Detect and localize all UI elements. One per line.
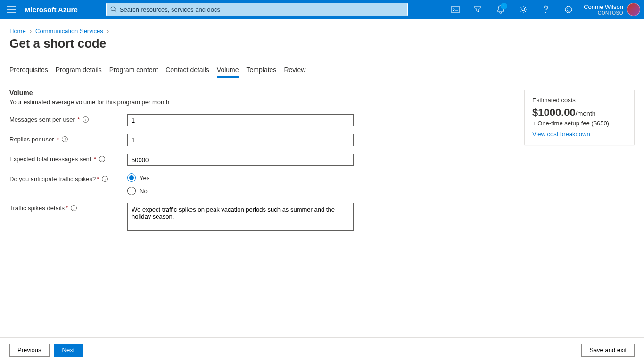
page-body: Home › Communication Services › Get a sh… <box>0 19 644 337</box>
feedback-icon[interactable] <box>557 0 580 19</box>
user-block[interactable]: Connie Wilson CONTOSO <box>584 3 640 16</box>
tab-contact-details[interactable]: Contact details <box>165 63 209 78</box>
breadcrumb-comm-services[interactable]: Communication Services <box>35 27 103 34</box>
notification-badge: 1 <box>501 3 507 9</box>
tab-volume[interactable]: Volume <box>217 63 239 78</box>
tab-review[interactable]: Review <box>284 63 305 78</box>
notifications-icon[interactable]: 1 <box>489 0 512 19</box>
chevron-right-icon: › <box>30 27 32 34</box>
brand-label: Microsoft Azure <box>25 6 78 14</box>
top-bar: Microsoft Azure Search resources, servic… <box>0 0 644 19</box>
search-placeholder: Search resources, services and docs <box>120 6 220 13</box>
cost-breakdown-link[interactable]: View cost breakdown <box>532 131 590 138</box>
messages-input[interactable] <box>127 114 354 126</box>
svg-point-2 <box>522 8 525 11</box>
cost-value: $1000.00/month <box>532 107 627 119</box>
details-input[interactable] <box>127 203 354 231</box>
settings-icon[interactable] <box>512 0 535 19</box>
svg-rect-1 <box>452 6 459 13</box>
directory-filter-icon[interactable] <box>467 0 489 19</box>
expected-input[interactable] <box>127 154 354 166</box>
messages-label: Messages sent per user *i <box>9 114 127 123</box>
chevron-right-icon: › <box>107 27 109 34</box>
expected-label: Expected total messages sent *i <box>9 154 127 163</box>
save-and-exit-button[interactable]: Save and exit <box>581 344 635 357</box>
radio-icon <box>127 187 136 195</box>
cost-fee: + One-time setup fee ($650) <box>532 120 627 127</box>
tab-prerequisites[interactable]: Prerequisites <box>9 63 48 78</box>
search-icon <box>110 6 117 13</box>
top-icons: 1 <box>444 0 580 19</box>
tab-program-details[interactable]: Program details <box>56 63 102 78</box>
tabs: Prerequisites Program details Program co… <box>9 63 635 78</box>
page-title: Get a short code <box>9 36 635 51</box>
info-icon[interactable]: i <box>102 176 108 182</box>
svg-point-3 <box>545 12 546 13</box>
previous-button[interactable]: Previous <box>9 344 50 357</box>
info-icon[interactable]: i <box>83 116 89 123</box>
help-icon[interactable] <box>535 0 557 19</box>
spikes-radio-yes[interactable]: Yes <box>127 173 149 182</box>
info-icon[interactable]: i <box>99 156 105 162</box>
user-name: Connie Wilson <box>584 3 623 10</box>
info-icon[interactable]: i <box>62 136 68 142</box>
tab-program-content[interactable]: Program content <box>109 63 158 78</box>
search-input[interactable]: Search resources, services and docs <box>106 3 408 16</box>
avatar <box>627 3 640 16</box>
cost-title: Estimated costs <box>532 97 627 104</box>
footer: Previous Next Save and exit <box>0 337 644 362</box>
breadcrumb: Home › Communication Services › <box>9 19 635 34</box>
info-icon[interactable]: i <box>71 205 77 211</box>
cost-card: Estimated costs $1000.00/month + One-tim… <box>524 90 635 145</box>
breadcrumb-home[interactable]: Home <box>9 27 26 34</box>
next-button[interactable]: Next <box>54 344 83 357</box>
spikes-radio-no[interactable]: No <box>127 187 149 195</box>
spikes-label: Do you anticipate traffic spikes?*i <box>9 173 127 182</box>
svg-point-0 <box>111 7 115 11</box>
tab-templates[interactable]: Templates <box>247 63 277 78</box>
menu-icon[interactable] <box>0 0 23 19</box>
user-org: CONTOSO <box>584 10 623 16</box>
svg-point-5 <box>567 8 568 9</box>
replies-label: Replies per user *i <box>9 134 127 143</box>
details-label: Traffic spikes details*i <box>9 203 127 212</box>
cloud-shell-icon[interactable] <box>444 0 467 19</box>
svg-point-4 <box>565 6 572 13</box>
svg-point-6 <box>570 8 570 9</box>
radio-icon <box>127 173 136 182</box>
replies-input[interactable] <box>127 134 354 146</box>
